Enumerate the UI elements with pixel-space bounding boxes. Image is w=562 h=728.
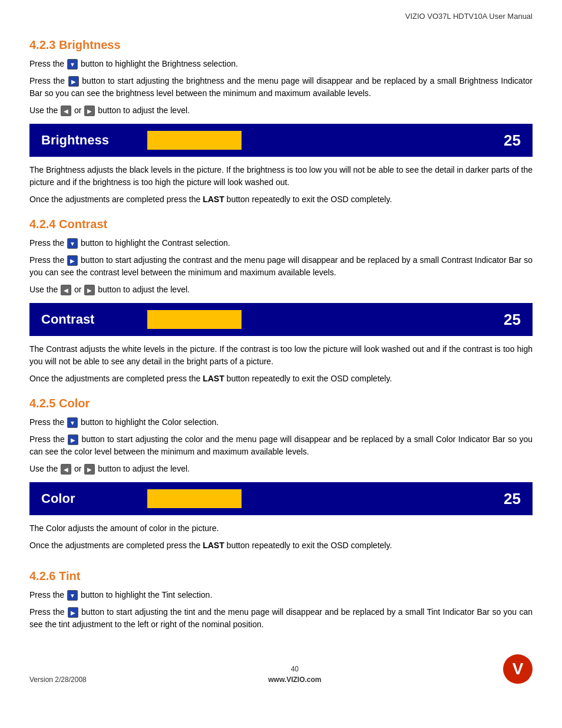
icon-right-2: ▶ [84, 285, 95, 295]
section-color-title: 4.2.5 Color [29, 397, 533, 410]
color-fill-area [135, 489, 497, 508]
icon-down-4: ▼ [67, 590, 78, 601]
icon-left-1: ◀ [61, 106, 71, 116]
icon-ok-1: ▶ [68, 76, 79, 87]
icon-down-3: ▼ [67, 417, 78, 428]
page-footer: Version 2/28/2008 40 www.VIZIO.com V [29, 654, 533, 684]
section-tint: 4.2.6 Tint Press the ▼ button to highlig… [29, 569, 533, 631]
footer-version: Version 2/28/2008 [29, 676, 87, 684]
contrast-bar: Contrast 25 [29, 303, 533, 336]
icon-left-3: ◀ [61, 464, 71, 475]
icon-down-2: ▼ [67, 238, 78, 249]
color-para-1: Press the ▼ button to highlight the Colo… [29, 416, 533, 429]
section-brightness-title: 4.2.3 Brightness [29, 38, 533, 52]
contrast-para-2: Press the ▶ button to start adjusting th… [29, 254, 533, 279]
color-para-3: Use the ◀ or ▶ button to adjust the leve… [29, 463, 533, 475]
color-bar: Color 25 [29, 482, 533, 515]
icon-ok-4: ▶ [68, 607, 78, 618]
contrast-bar-label: Contrast [41, 312, 135, 327]
page-header: VIZIO VO37L HDTV10A User Manual [29, 12, 533, 21]
icon-right-3: ▶ [84, 464, 95, 475]
brightness-after-1: The Brightness adjusts the black levels … [29, 164, 533, 189]
brightness-bar-label: Brightness [41, 133, 135, 148]
footer-page-number: 40 [268, 665, 321, 673]
color-bar-label: Color [41, 491, 135, 506]
color-after-2: Once the adjustments are completed press… [29, 539, 533, 552]
color-after-1: The Color adjusts the amount of color in… [29, 522, 533, 535]
brightness-para-2: Press the ▶ button to start adjusting th… [29, 75, 533, 100]
icon-ok-2: ▶ [67, 255, 78, 266]
icon-left-2: ◀ [61, 285, 71, 295]
contrast-para-1: Press the ▼ button to highlight the Cont… [29, 237, 533, 249]
brightness-fill [147, 131, 242, 150]
brightness-bar-value: 25 [497, 131, 521, 150]
section-contrast-title: 4.2.4 Contrast [29, 218, 533, 231]
footer-logo: V [503, 654, 533, 684]
section-contrast: 4.2.4 Contrast Press the ▼ button to hig… [29, 218, 533, 385]
contrast-fill [147, 310, 242, 329]
brightness-after-2: Once the adjustments are completed press… [29, 193, 533, 206]
tint-para-1: Press the ▼ button to highlight the Tint… [29, 589, 533, 601]
icon-right-1: ▶ [84, 106, 95, 116]
brightness-para-3: Use the ◀ or ▶ button to adjust the leve… [29, 104, 533, 117]
brightness-bar: Brightness 25 [29, 124, 533, 157]
footer-website: www.VIZIO.com [268, 676, 321, 684]
brightness-para-1: Press the ▼ button to highlight the Brig… [29, 58, 533, 70]
contrast-after-2: Once the adjustments are completed press… [29, 373, 533, 385]
section-brightness: 4.2.3 Brightness Press the ▼ button to h… [29, 38, 533, 206]
brightness-fill-area [135, 131, 497, 150]
contrast-para-3: Use the ◀ or ▶ button to adjust the leve… [29, 284, 533, 296]
section-tint-title: 4.2.6 Tint [29, 569, 533, 583]
vizio-logo-circle: V [503, 654, 533, 684]
color-para-2: Press the ▶ button to start adjusting th… [29, 433, 533, 458]
header-title: VIZIO VO37L HDTV10A User Manual [405, 12, 533, 21]
section-color: 4.2.5 Color Press the ▼ button to highli… [29, 397, 533, 552]
icon-ok-3: ▶ [68, 434, 78, 445]
contrast-bar-value: 25 [497, 311, 521, 329]
color-bar-value: 25 [497, 490, 521, 508]
color-fill [147, 489, 242, 508]
contrast-fill-area [135, 310, 497, 329]
footer-center: 40 www.VIZIO.com [268, 665, 321, 684]
tint-para-2: Press the ▶ button to start adjusting th… [29, 606, 533, 631]
icon-down-1: ▼ [67, 59, 78, 70]
contrast-after-1: The Contrast adjusts the white levels in… [29, 343, 533, 368]
